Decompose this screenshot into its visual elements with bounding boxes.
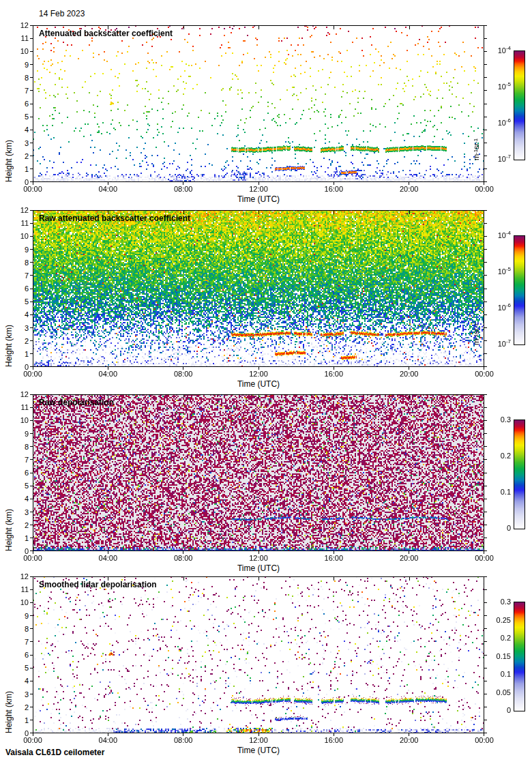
colorbar-tick-label: 0.2 — [501, 634, 511, 643]
y-tick-label: 2 — [8, 336, 29, 346]
x-tick-label: 12:00 — [243, 554, 274, 562]
y-tick-mark — [484, 720, 487, 720]
y-tick-label: 0 — [8, 362, 29, 372]
x-tick-label: 20:00 — [394, 736, 424, 744]
colorbar-tick-label: 0.15 — [497, 652, 511, 661]
y-tick-mark — [30, 51, 33, 52]
y-tick-mark — [484, 550, 487, 551]
colorbar-smoothed-depolarisation: 0.30.250.20.150.10.050 — [471, 596, 531, 717]
y-tick-mark — [30, 512, 33, 512]
y-tick-label: 3 — [8, 323, 29, 333]
y-tick-mark — [30, 353, 33, 354]
y-tick-mark — [30, 340, 33, 341]
y-tick-label: 11 — [8, 33, 29, 43]
x-tick-mark — [484, 733, 484, 736]
x-tick-mark — [334, 733, 334, 736]
y-tick-mark — [30, 486, 33, 486]
y-tick-mark — [30, 130, 33, 130]
y-tick-mark — [30, 602, 33, 603]
colorbar-tick-label: 10-6 — [498, 304, 511, 312]
x-tick-label: 12:00 — [243, 185, 274, 193]
x-tick-label: 20:00 — [394, 554, 424, 562]
x-tick-mark — [183, 551, 183, 554]
smoothed-depolarisation-plot-canvas — [33, 576, 484, 733]
colorbar-tick-label: 0.05 — [497, 688, 511, 697]
y-tick-label: 1 — [8, 716, 29, 725]
x-tick-mark — [33, 733, 33, 736]
colorbar-tick-label: 0.3 — [501, 598, 511, 606]
y-tick-mark — [30, 104, 33, 104]
y-tick-label: 7 — [8, 271, 29, 280]
colorbar-tick-label: 0.3 — [501, 415, 511, 424]
x-tick-label: 04:00 — [93, 736, 123, 744]
colorbar-gradient — [514, 50, 525, 160]
x-tick-mark — [334, 367, 334, 370]
y-tick-label: 9 — [8, 245, 29, 254]
y-tick-mark — [484, 366, 487, 367]
y-tick-label: 5 — [8, 297, 29, 306]
x-tick-mark — [409, 367, 409, 370]
y-tick-mark — [30, 459, 33, 460]
date-label: 14 Feb 2023 — [39, 9, 85, 18]
y-tick-mark — [484, 181, 487, 182]
y-tick-mark — [30, 327, 33, 328]
x-tick-label: 16:00 — [319, 370, 349, 378]
y-tick-mark — [30, 236, 33, 237]
colorbar-tick-label: 10-7 — [498, 340, 511, 349]
x-tick-mark — [484, 551, 484, 554]
y-tick-mark — [484, 210, 487, 211]
y-tick-mark — [30, 366, 33, 367]
y-tick-label: 1 — [8, 164, 29, 174]
y-tick-mark — [484, 407, 487, 408]
y-tick-label: 9 — [8, 429, 29, 439]
x-tick-mark — [108, 182, 108, 185]
x-axis-label: Time (UTC) — [33, 379, 484, 389]
y-tick-label: 11 — [8, 218, 29, 228]
y-tick-mark — [484, 25, 487, 26]
y-tick-mark — [30, 473, 33, 473]
y-tick-mark — [30, 210, 33, 211]
x-tick-mark — [183, 182, 183, 185]
x-tick-mark — [258, 551, 259, 554]
y-tick-label: 10 — [8, 415, 29, 425]
y-tick-label: 5 — [8, 663, 29, 673]
y-tick-label: 7 — [8, 637, 29, 647]
colorbar-tick-label: 10-6 — [498, 119, 511, 128]
y-tick-label: 8 — [8, 73, 29, 83]
y-tick-label: 0 — [8, 546, 29, 556]
y-tick-mark — [30, 90, 33, 91]
attenuated-backscatter-plot-canvas — [33, 25, 484, 182]
y-tick-label: 7 — [8, 86, 29, 96]
colorbar-attenuated-backscatter: 10-410-510-610-7m-1 sr-1 — [471, 45, 531, 166]
y-tick-label: 6 — [8, 99, 29, 108]
x-tick-mark — [334, 182, 334, 185]
y-tick-mark — [30, 420, 33, 421]
y-tick-mark — [30, 615, 33, 616]
colorbar-tick-label: 10-4 — [498, 46, 511, 55]
y-tick-label: 10 — [8, 46, 29, 56]
panel-raw-attenuated-backscatter: Raw attenuated backscatter coefficient H… — [33, 210, 484, 367]
y-tick-mark — [30, 433, 33, 434]
y-tick-mark — [30, 117, 33, 117]
y-tick-label: 8 — [8, 624, 29, 634]
y-tick-label: 12 — [8, 205, 29, 215]
y-tick-label: 2 — [8, 703, 29, 712]
y-tick-mark — [30, 576, 33, 577]
panel-title: Smoothed lidar depolarisation — [39, 580, 157, 589]
y-tick-mark — [484, 733, 487, 733]
y-tick-mark — [30, 525, 33, 525]
y-tick-label: 10 — [8, 231, 29, 241]
y-tick-mark — [484, 576, 487, 577]
colorbar-unit-label: m-1 sr-1 — [472, 235, 480, 345]
y-tick-mark — [30, 156, 33, 156]
x-tick-label: 16:00 — [319, 736, 349, 744]
y-tick-label: 6 — [8, 650, 29, 660]
y-tick-label: 3 — [8, 138, 29, 148]
x-tick-mark — [409, 733, 409, 736]
y-tick-label: 2 — [8, 151, 29, 161]
y-tick-label: 1 — [8, 533, 29, 543]
y-tick-mark — [30, 628, 33, 629]
y-tick-mark — [30, 223, 33, 224]
y-tick-label: 4 — [8, 125, 29, 134]
x-tick-mark — [258, 182, 259, 185]
